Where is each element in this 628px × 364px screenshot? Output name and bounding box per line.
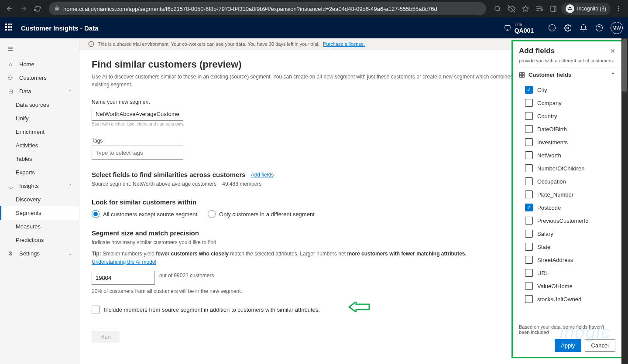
field-item-salary[interactable]: Salary bbox=[513, 227, 621, 240]
field-item-previouscustomerid[interactable]: PreviousCustomerId bbox=[513, 214, 621, 227]
nav-measures[interactable]: Measures bbox=[0, 220, 79, 233]
notifications-icon[interactable] bbox=[576, 20, 591, 36]
checkbox-unchecked-icon bbox=[525, 112, 533, 120]
nav-label: Exports bbox=[16, 169, 35, 176]
nav-label: Data sources bbox=[16, 102, 49, 108]
select-fields-heading: Select fields to find similarities acros… bbox=[92, 171, 246, 178]
field-item-country[interactable]: Country bbox=[513, 109, 621, 122]
cancel-button[interactable]: Cancel bbox=[585, 339, 615, 352]
svg-point-8 bbox=[549, 25, 556, 31]
field-item-state[interactable]: State bbox=[513, 240, 621, 253]
checkbox-label: Include members from source segment in a… bbox=[104, 306, 320, 313]
field-label: URL bbox=[537, 270, 549, 276]
eye-off-icon[interactable] bbox=[505, 3, 518, 15]
field-item-occupation[interactable]: Occupation bbox=[513, 175, 621, 188]
sidebar-toggle[interactable] bbox=[0, 42, 79, 58]
nav-predictions[interactable]: Predictions bbox=[0, 233, 79, 247]
field-item-company[interactable]: Company bbox=[513, 96, 621, 109]
nav-insights[interactable]: ◡Insights⌃ bbox=[0, 179, 79, 193]
radio-different-segment[interactable]: Only customers in a different segment bbox=[208, 210, 315, 218]
help-icon[interactable] bbox=[591, 20, 607, 36]
radio-all-customers[interactable]: All customers except source segment bbox=[92, 210, 197, 218]
nav-unify[interactable]: Unify bbox=[0, 112, 79, 125]
reload-button[interactable] bbox=[31, 3, 44, 15]
field-label: ValueOfHome bbox=[537, 283, 573, 289]
playlist-icon[interactable] bbox=[533, 3, 546, 15]
panel-icon[interactable] bbox=[547, 3, 559, 15]
nav-activities[interactable]: Activities bbox=[0, 139, 79, 152]
field-item-streetaddress[interactable]: StreetAddress bbox=[513, 253, 621, 266]
nav-home[interactable]: ⌂Home bbox=[0, 58, 79, 71]
apply-button[interactable]: Apply bbox=[555, 339, 581, 352]
add-fields-link[interactable]: Add fields bbox=[251, 172, 274, 178]
app-launcher-icon[interactable] bbox=[5, 24, 14, 32]
user-avatar[interactable]: MW bbox=[611, 22, 623, 34]
field-item-postcode[interactable]: ✓Postcode bbox=[513, 201, 621, 214]
data-icon: ⊟ bbox=[7, 88, 14, 95]
nav-data-sources[interactable]: Data sources bbox=[0, 98, 79, 112]
nav-label: Customers bbox=[19, 75, 47, 81]
browser-toolbar: home.ci.ai.dynamics.com/app/segments/f6c… bbox=[0, 0, 628, 17]
field-label: Company bbox=[537, 100, 562, 106]
field-item-stocksunitowned[interactable]: stocksUnitOwned bbox=[513, 293, 621, 306]
table-icon bbox=[519, 72, 525, 78]
segment-name-input[interactable] bbox=[92, 107, 183, 121]
run-button[interactable]: Run bbox=[92, 331, 120, 343]
chevron-down-icon: ⌄ bbox=[69, 251, 72, 256]
field-item-url[interactable]: URL bbox=[513, 266, 621, 279]
svg-point-6 bbox=[618, 10, 619, 11]
field-item-valueofhome[interactable]: ValueOfHome bbox=[513, 279, 621, 293]
home-icon: ⌂ bbox=[7, 61, 14, 68]
field-label: DateOfBirth bbox=[537, 126, 567, 133]
field-label: NumberOfChildren bbox=[537, 165, 584, 172]
trial-environment[interactable]: Trial QA001 bbox=[504, 22, 534, 34]
nav-settings[interactable]: ⚙Settings⌄ bbox=[0, 247, 79, 260]
lock-icon bbox=[54, 5, 60, 12]
chevron-up-icon: ⌃ bbox=[69, 89, 72, 94]
radio-checked-icon bbox=[92, 210, 100, 218]
nav-data[interactable]: ⊟Data⌃ bbox=[0, 85, 79, 98]
field-item-dateofbirth[interactable]: DateOfBirth bbox=[513, 122, 621, 136]
field-item-city[interactable]: ✓City bbox=[513, 83, 621, 96]
environment-icon bbox=[504, 24, 511, 31]
nav-enrichment[interactable]: Enrichment bbox=[0, 125, 79, 139]
nav-tables[interactable]: Tables bbox=[0, 152, 79, 166]
zoom-icon[interactable] bbox=[491, 3, 504, 15]
purchase-license-link[interactable]: Purchase a license. bbox=[323, 41, 365, 47]
field-item-numberofchildren[interactable]: NumberOfChildren bbox=[513, 162, 621, 175]
segment-size-input[interactable] bbox=[92, 271, 155, 285]
understanding-ai-link[interactable]: Understanding the AI model bbox=[92, 259, 156, 265]
tags-input[interactable] bbox=[92, 146, 183, 160]
checkbox-unchecked-icon bbox=[525, 243, 533, 251]
field-label: Country bbox=[537, 113, 557, 119]
trial-label: Trial bbox=[515, 22, 534, 27]
scrollbar-thumb[interactable] bbox=[622, 39, 627, 92]
source-segment-text: Source segment: NetWorth above average c… bbox=[92, 181, 216, 187]
close-icon[interactable]: ✕ bbox=[610, 48, 615, 54]
address-bar[interactable]: home.ci.ai.dynamics.com/app/segments/f6c… bbox=[49, 2, 486, 15]
star-icon[interactable] bbox=[519, 3, 532, 15]
incognito-badge[interactable]: Incognito (3) bbox=[561, 3, 611, 15]
field-item-investments[interactable]: Investments bbox=[513, 136, 621, 149]
customer-fields-section[interactable]: Customer fields ⌃ bbox=[513, 68, 621, 82]
svg-point-3 bbox=[570, 8, 572, 10]
menu-icon[interactable] bbox=[612, 3, 625, 15]
field-label: Plate_Number bbox=[537, 191, 573, 198]
field-label: NetWorth bbox=[537, 152, 561, 159]
nav-segments[interactable]: Segments bbox=[0, 206, 79, 220]
nav-customers[interactable]: ⚇Customers bbox=[0, 71, 79, 85]
nav-exports[interactable]: Exports bbox=[0, 166, 79, 179]
feedback-icon[interactable] bbox=[544, 20, 560, 36]
field-label: stocksUnitOwned bbox=[537, 296, 581, 303]
checkbox-unchecked-icon bbox=[525, 256, 533, 264]
forward-button[interactable] bbox=[17, 3, 30, 15]
svg-point-0 bbox=[495, 6, 500, 11]
settings-icon[interactable] bbox=[560, 20, 576, 36]
field-item-networth[interactable]: NetWorth bbox=[513, 149, 621, 162]
checkbox-unchecked-icon bbox=[525, 164, 533, 172]
svg-point-5 bbox=[618, 8, 619, 10]
field-item-plate_number[interactable]: Plate_Number bbox=[513, 188, 621, 201]
back-button[interactable] bbox=[3, 3, 16, 15]
nav-discovery[interactable]: Discovery bbox=[0, 193, 79, 206]
checkbox-unchecked-icon bbox=[525, 177, 533, 185]
